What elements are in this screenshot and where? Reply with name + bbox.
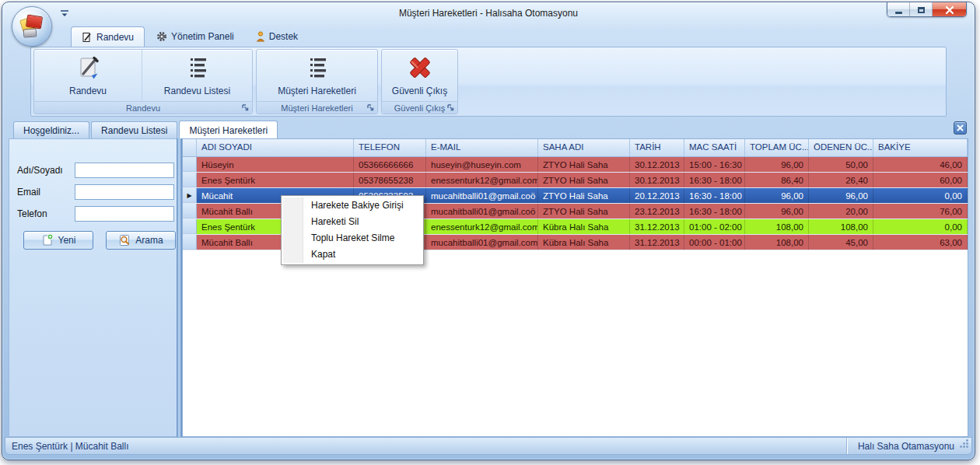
- document-tab[interactable]: Hoşgeldiniz...: [13, 121, 89, 138]
- column-header[interactable]: TARİH: [630, 139, 684, 156]
- grid-cell[interactable]: mucahitballi01@gmail.com: [426, 235, 538, 250]
- grid-cell[interactable]: 16:30 - 18:00: [684, 204, 745, 219]
- row-header[interactable]: [183, 173, 197, 187]
- close-document-button[interactable]: [954, 121, 967, 135]
- dialog-launcher-icon[interactable]: [241, 103, 250, 112]
- close-button[interactable]: [933, 2, 966, 17]
- dialog-launcher-icon[interactable]: [446, 103, 455, 112]
- grid-cell[interactable]: 20,00: [809, 204, 873, 219]
- row-header[interactable]: [183, 219, 197, 234]
- grid-cell[interactable]: enessenturk12@gmail.com: [426, 219, 538, 234]
- grid-cell[interactable]: 60,00: [873, 173, 968, 187]
- grid-cell[interactable]: 15:00 - 16:30: [684, 157, 745, 172]
- grid-cell[interactable]: Kübra Halı Saha: [538, 235, 630, 250]
- ribbon-tab-yonetim-paneli[interactable]: Yönetim Paneli: [146, 26, 244, 47]
- grid-cell[interactable]: 96,00: [745, 157, 809, 172]
- grid-cell[interactable]: 45,00: [809, 235, 873, 250]
- grid-cell[interactable]: 96,00: [809, 188, 873, 203]
- grid-cell[interactable]: ZTYO Hali Saha: [538, 188, 630, 203]
- ribbon-tab-randevu[interactable]: Randevu: [71, 26, 145, 47]
- ribbon-tab-label: Yönetim Paneli: [171, 31, 234, 42]
- minimize-button[interactable]: [887, 2, 910, 17]
- table-row[interactable]: Enes Şentürk05378655238enessenturk12@gma…: [183, 173, 968, 188]
- grid-cell[interactable]: 50,00: [809, 157, 873, 172]
- grid-cell[interactable]: 30.12.2013: [630, 173, 684, 187]
- grid-cell[interactable]: 96,00: [745, 204, 809, 219]
- grid-cell[interactable]: 23.12.2013: [630, 204, 684, 219]
- grid-cell[interactable]: 86,40: [745, 173, 809, 187]
- grid-cell[interactable]: 63,00: [873, 235, 968, 250]
- window-title: Müşteri Hareketleri - Halısaha Otomasyon…: [158, 8, 819, 19]
- grid-cell[interactable]: 108,00: [745, 235, 809, 250]
- grid-cell[interactable]: 0,00: [873, 219, 968, 234]
- grid-cell[interactable]: 108,00: [809, 219, 873, 234]
- column-header[interactable]: MAC SAATİ: [684, 139, 745, 156]
- email-input[interactable]: [75, 184, 174, 200]
- grid-cell[interactable]: huseyin@huseyin.com: [426, 157, 538, 172]
- context-menu-item[interactable]: Kapat: [283, 246, 422, 263]
- name-input[interactable]: [75, 163, 174, 178]
- ribbon-groups: Randevu Randevu Listesi Randevu: [33, 49, 458, 114]
- row-header[interactable]: ▶: [183, 188, 197, 203]
- application-menu-orb[interactable]: [12, 6, 52, 47]
- context-menu-item[interactable]: Harekete Bakiye Girişi: [283, 198, 422, 214]
- column-header[interactable]: SAHA ADI: [538, 139, 630, 156]
- musteri-hareketleri-button[interactable]: Müşteri Hareketleri: [257, 50, 377, 101]
- randevu-listesi-button[interactable]: Randevu Listesi: [142, 50, 252, 101]
- search-button[interactable]: Arama: [106, 231, 176, 250]
- row-header[interactable]: [183, 204, 197, 219]
- grid-cell[interactable]: enessenturk12@gmail.com: [426, 173, 538, 187]
- quick-access-dropdown-icon[interactable]: [58, 9, 71, 19]
- resize-grip-icon[interactable]: [959, 439, 969, 451]
- grid-cell[interactable]: 16:30 - 18:00: [684, 173, 745, 187]
- grid-cell[interactable]: 05366666666: [354, 157, 426, 172]
- grid-cell[interactable]: ZTYO Hali Saha: [538, 157, 630, 172]
- grid-cell[interactable]: 00:00 - 01:00: [684, 235, 745, 250]
- guvenli-cikis-button[interactable]: Güvenli Çıkış: [382, 50, 457, 101]
- grid-cell[interactable]: 31.12.2013: [630, 219, 684, 234]
- grid-cell[interactable]: mucahitballi01@gmail.coö: [426, 204, 538, 219]
- email-field-label: Email: [17, 187, 40, 198]
- row-header[interactable]: [183, 157, 197, 172]
- new-page-plus-icon: [41, 234, 54, 246]
- document-tab[interactable]: Müşteri Hareketleri: [179, 121, 278, 138]
- grid-cell[interactable]: mucahitballi01@gmail.coö: [426, 188, 538, 203]
- grid-cell[interactable]: ZTYO Hali Saha: [538, 173, 630, 187]
- grid-cell[interactable]: Hüseyin: [197, 157, 354, 172]
- grid-cell[interactable]: 0,00: [873, 188, 968, 203]
- column-header[interactable]: BAKİYE: [873, 139, 968, 156]
- grid-cell[interactable]: 76,00: [873, 204, 968, 219]
- context-menu-item[interactable]: Hareketi Sil: [283, 214, 422, 230]
- grid-cell[interactable]: 31.12.2013: [630, 235, 684, 250]
- column-header[interactable]: ADI SOYADI: [197, 139, 354, 156]
- column-header[interactable]: TOPLAM ÜC...: [745, 139, 809, 156]
- grid-cell[interactable]: 108,00: [745, 219, 809, 234]
- column-header[interactable]: E-MAIL: [426, 139, 538, 156]
- grid-cell[interactable]: 46,00: [873, 157, 968, 172]
- grid-cell[interactable]: 26,40: [809, 173, 873, 187]
- ribbon-tab-destek[interactable]: Destek: [246, 26, 308, 47]
- column-header[interactable]: ÖDENEN ÜC...: [809, 139, 873, 156]
- row-header[interactable]: [183, 235, 197, 250]
- context-menu-item[interactable]: Toplu Hareket Silme: [283, 230, 422, 246]
- column-header[interactable]: TELEFON: [354, 139, 426, 156]
- grid-cell[interactable]: Enes Şentürk: [197, 173, 354, 187]
- new-button[interactable]: Yeni: [23, 231, 93, 250]
- maximize-button[interactable]: [910, 2, 933, 17]
- phone-input[interactable]: [75, 206, 174, 222]
- randevu-button[interactable]: Randevu: [34, 50, 142, 101]
- table-row[interactable]: Hüseyin05366666666huseyin@huseyin.comZTY…: [183, 157, 968, 173]
- dialog-launcher-icon[interactable]: [366, 103, 375, 112]
- grid-cell[interactable]: 16:30 - 18:00: [684, 188, 745, 203]
- app-window: Müşteri Hareketleri - Halısaha Otomasyon…: [2, 2, 975, 460]
- grid-cell[interactable]: Kübra Halı Saha: [538, 219, 630, 234]
- grid-cell[interactable]: 30.12.2013: [630, 157, 684, 172]
- ribbon-tab-label: Destek: [269, 31, 298, 42]
- document-tab[interactable]: Randevu Listesi: [91, 121, 177, 138]
- grid-cell[interactable]: 96,00: [745, 188, 809, 203]
- grid-cell[interactable]: ZTYO Hali Saha: [538, 204, 630, 219]
- grid-cell[interactable]: 05378655238: [354, 173, 426, 187]
- splitter[interactable]: [177, 138, 182, 437]
- grid-cell[interactable]: 20.12.2013: [630, 188, 684, 203]
- grid-cell[interactable]: 01:00 - 02:00: [684, 219, 745, 234]
